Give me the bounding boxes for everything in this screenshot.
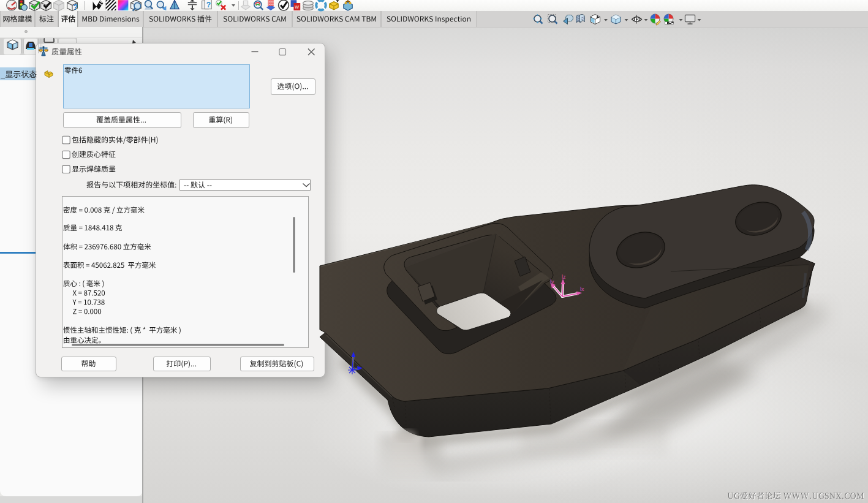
- svg-text:ly: ly: [550, 279, 554, 285]
- svg-text:lz: lz: [562, 274, 566, 280]
- svg-text:W: W: [295, 4, 299, 10]
- svg-text:?: ?: [73, 2, 78, 12]
- svg-text:lx: lx: [580, 286, 584, 292]
- svg-text:?: ?: [206, 1, 211, 9]
